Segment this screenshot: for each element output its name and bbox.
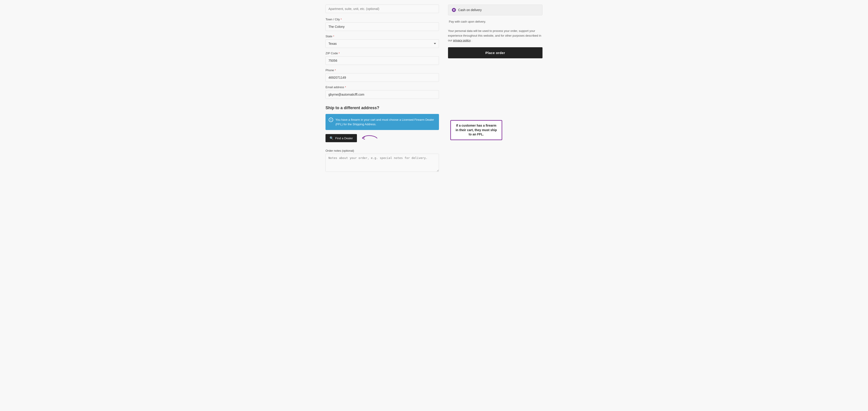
payment-description: Pay with cash upon delivery. — [448, 20, 542, 23]
find-dealer-label: Find a Dealer — [335, 136, 353, 140]
place-order-label: Place order — [485, 51, 505, 55]
order-notes-textarea[interactable] — [326, 154, 439, 172]
firearm-alert: i You have a firearm in your cart and mu… — [326, 114, 439, 130]
state-required: * — [333, 35, 334, 38]
zip-group: ZIP Code * — [326, 52, 439, 65]
dealer-section: 🔍 Find a Dealer If a customer has a fire… — [326, 134, 439, 147]
town-group: Town / City * — [326, 18, 439, 31]
privacy-policy-link[interactable]: privacy policy — [453, 39, 471, 42]
phone-input[interactable] — [326, 73, 439, 82]
state-select[interactable]: Texas California Florida — [326, 39, 439, 48]
state-label: State * — [326, 35, 439, 38]
firearm-alert-text: You have a firearm in your cart and must… — [336, 118, 434, 126]
apartment-group — [326, 4, 439, 13]
payment-label: Cash on delivery — [458, 8, 482, 12]
left-column: Town / City * State * Texas California F… — [326, 4, 439, 172]
zip-label: ZIP Code * — [326, 52, 439, 55]
ship-section-title: Ship to a different address? — [326, 105, 439, 110]
email-required: * — [345, 86, 346, 89]
apartment-input[interactable] — [326, 4, 439, 13]
town-input[interactable] — [326, 22, 439, 31]
zip-required: * — [339, 52, 340, 55]
privacy-text-after: . — [471, 39, 472, 42]
arrow-indicator — [360, 134, 378, 143]
order-notes-group: Order notes (optional) — [326, 149, 439, 172]
zip-input[interactable] — [326, 56, 439, 65]
find-dealer-button[interactable]: 🔍 Find a Dealer — [326, 134, 357, 142]
phone-label: Phone * — [326, 68, 439, 72]
place-order-button[interactable]: Place order — [448, 47, 542, 58]
payment-option[interactable]: Cash on delivery — [448, 4, 542, 15]
state-group: State * Texas California Florida — [326, 35, 439, 48]
town-required: * — [341, 18, 342, 21]
alert-icon: i — [329, 118, 333, 122]
ship-section: Ship to a different address? i You have … — [326, 105, 439, 172]
annotation-box: If a customer has a firearm in their car… — [450, 120, 502, 140]
search-icon: 🔍 — [330, 136, 333, 140]
privacy-notice: Your personal data will be used to proce… — [448, 29, 542, 43]
town-label: Town / City * — [326, 18, 439, 21]
phone-required: * — [335, 69, 336, 72]
order-notes-label: Order notes (optional) — [326, 149, 439, 152]
phone-group: Phone * — [326, 68, 439, 82]
right-column: Cash on delivery Pay with cash upon deli… — [448, 4, 542, 172]
email-label: Email address * — [326, 86, 439, 89]
email-input[interactable] — [326, 90, 439, 99]
email-group: Email address * — [326, 86, 439, 99]
payment-radio[interactable] — [452, 8, 456, 12]
annotation-text: If a customer has a firearm in their car… — [456, 124, 497, 136]
